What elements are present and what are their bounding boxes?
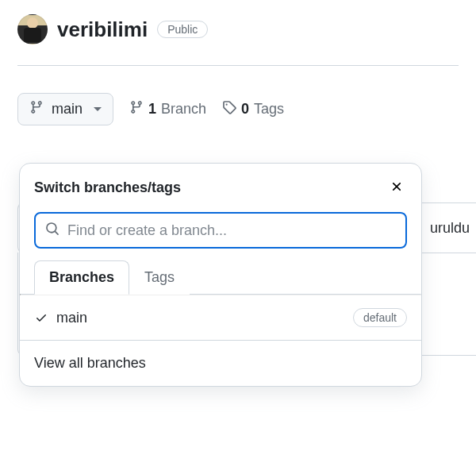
repo-header: veribilimi Public	[0, 0, 476, 59]
search-icon	[45, 222, 60, 239]
branch-count-label: Branch	[161, 101, 206, 118]
close-button[interactable]	[386, 176, 407, 199]
caret-down-icon	[94, 107, 102, 111]
search-wrap	[20, 207, 421, 260]
branch-item-name: main	[56, 310, 87, 326]
branch-picker-label: main	[52, 101, 83, 118]
view-all-branches-link[interactable]: View all branches	[20, 341, 421, 386]
close-icon	[390, 179, 404, 196]
tab-branches[interactable]: Branches	[34, 260, 129, 295]
visibility-badge: Public	[157, 21, 208, 38]
branch-switcher-popover: Switch branches/tags Branches Tags main …	[19, 163, 422, 387]
tag-count: 0	[241, 101, 249, 118]
branch-icon	[129, 100, 144, 118]
check-icon	[34, 311, 48, 324]
branch-count: 1	[148, 101, 156, 118]
avatar[interactable]	[17, 14, 48, 44]
repo-toolbar: main 1 Branch 0 Tags	[0, 66, 476, 125]
branch-icon	[29, 100, 44, 118]
commit-message-partial: uruldu	[430, 220, 470, 237]
branch-list-item[interactable]: main default	[20, 295, 421, 340]
branch-item-left: main	[34, 310, 87, 326]
default-badge: default	[353, 308, 407, 327]
popover-header: Switch branches/tags	[20, 164, 421, 207]
branches-link[interactable]: 1 Branch	[129, 100, 206, 118]
tag-icon	[222, 100, 236, 118]
tags-link[interactable]: 0 Tags	[222, 100, 284, 118]
repo-name[interactable]: veribilimi	[57, 17, 148, 42]
popover-tabs: Branches Tags	[20, 260, 421, 294]
tag-count-label: Tags	[254, 101, 284, 118]
search-box[interactable]	[34, 212, 407, 249]
popover-title: Switch branches/tags	[34, 179, 181, 196]
tab-tags[interactable]: Tags	[129, 260, 190, 295]
branch-picker-button[interactable]: main	[17, 93, 113, 125]
branch-search-input[interactable]	[67, 222, 396, 239]
